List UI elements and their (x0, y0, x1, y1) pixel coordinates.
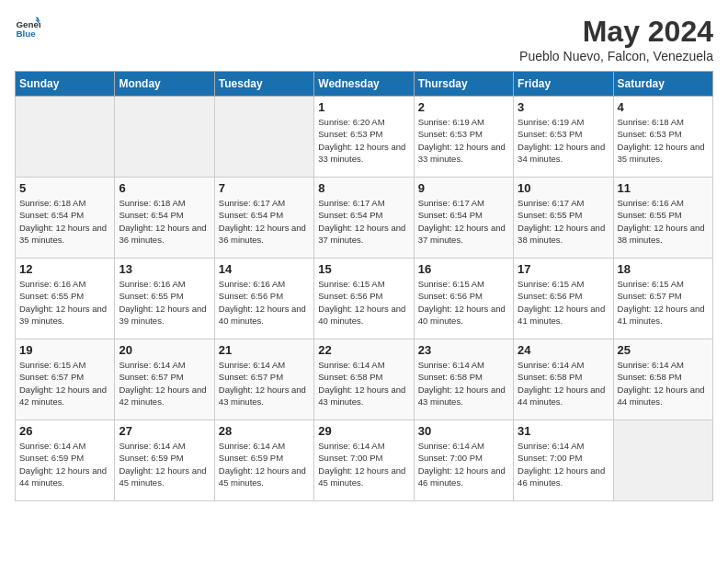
calendar-cell: 28Sunrise: 6:14 AM Sunset: 6:59 PM Dayli… (214, 420, 313, 501)
day-header-friday: Friday (514, 72, 613, 97)
day-info: Sunrise: 6:14 AM Sunset: 6:57 PM Dayligh… (119, 359, 210, 408)
day-number: 19 (19, 343, 110, 357)
day-header-thursday: Thursday (414, 72, 513, 97)
day-info: Sunrise: 6:16 AM Sunset: 6:56 PM Dayligh… (219, 278, 310, 327)
day-info: Sunrise: 6:14 AM Sunset: 6:58 PM Dayligh… (518, 359, 609, 408)
calendar-cell: 4Sunrise: 6:18 AM Sunset: 6:53 PM Daylig… (613, 97, 712, 178)
day-info: Sunrise: 6:14 AM Sunset: 6:59 PM Dayligh… (119, 440, 210, 488)
day-number: 29 (318, 424, 409, 438)
day-number: 20 (119, 343, 210, 357)
day-info: Sunrise: 6:14 AM Sunset: 6:59 PM Dayligh… (219, 440, 310, 488)
calendar-cell: 5Sunrise: 6:18 AM Sunset: 6:54 PM Daylig… (16, 178, 115, 259)
calendar-cell: 15Sunrise: 6:15 AM Sunset: 6:56 PM Dayli… (314, 259, 414, 339)
day-number: 26 (19, 424, 110, 438)
page-header: General Blue May 2024 Pueblo Nuevo, Falc… (15, 15, 713, 63)
day-info: Sunrise: 6:17 AM Sunset: 6:54 PM Dayligh… (418, 197, 509, 246)
day-number: 11 (618, 181, 709, 195)
logo: General Blue (15, 15, 40, 40)
calendar-cell: 11Sunrise: 6:16 AM Sunset: 6:55 PM Dayli… (613, 178, 712, 259)
calendar-cell: 21Sunrise: 6:14 AM Sunset: 6:57 PM Dayli… (214, 339, 313, 420)
day-info: Sunrise: 6:17 AM Sunset: 6:54 PM Dayligh… (318, 197, 409, 246)
day-info: Sunrise: 6:14 AM Sunset: 7:00 PM Dayligh… (518, 440, 609, 488)
location-text: Pueblo Nuevo, Falcon, Venezuela (519, 49, 713, 63)
calendar-cell: 12Sunrise: 6:16 AM Sunset: 6:55 PM Dayli… (16, 259, 115, 339)
day-info: Sunrise: 6:18 AM Sunset: 6:53 PM Dayligh… (618, 116, 709, 165)
day-number: 7 (219, 181, 310, 195)
day-header-tuesday: Tuesday (214, 72, 313, 97)
calendar-week-3: 12Sunrise: 6:16 AM Sunset: 6:55 PM Dayli… (16, 259, 713, 339)
day-info: Sunrise: 6:16 AM Sunset: 6:55 PM Dayligh… (19, 278, 110, 327)
calendar-cell (613, 420, 712, 501)
calendar-week-2: 5Sunrise: 6:18 AM Sunset: 6:54 PM Daylig… (16, 178, 713, 259)
calendar-cell: 10Sunrise: 6:17 AM Sunset: 6:55 PM Dayli… (514, 178, 613, 259)
day-number: 24 (518, 343, 609, 357)
day-number: 2 (418, 100, 509, 114)
calendar-week-1: 1Sunrise: 6:20 AM Sunset: 6:53 PM Daylig… (16, 97, 713, 178)
day-number: 13 (119, 262, 210, 276)
day-number: 15 (318, 262, 409, 276)
calendar-cell: 23Sunrise: 6:14 AM Sunset: 6:58 PM Dayli… (414, 339, 513, 420)
calendar-cell: 8Sunrise: 6:17 AM Sunset: 6:54 PM Daylig… (314, 178, 414, 259)
calendar-cell: 26Sunrise: 6:14 AM Sunset: 6:59 PM Dayli… (16, 420, 115, 501)
day-number: 16 (418, 262, 509, 276)
day-info: Sunrise: 6:14 AM Sunset: 6:58 PM Dayligh… (318, 359, 409, 408)
day-number: 21 (219, 343, 310, 357)
day-number: 6 (119, 181, 210, 195)
day-number: 9 (418, 181, 509, 195)
day-info: Sunrise: 6:14 AM Sunset: 6:58 PM Dayligh… (418, 359, 509, 408)
day-info: Sunrise: 6:17 AM Sunset: 6:54 PM Dayligh… (219, 197, 310, 246)
day-info: Sunrise: 6:15 AM Sunset: 6:56 PM Dayligh… (318, 278, 409, 327)
day-number: 5 (19, 181, 110, 195)
calendar-table: SundayMondayTuesdayWednesdayThursdayFrid… (15, 71, 713, 501)
day-info: Sunrise: 6:18 AM Sunset: 6:54 PM Dayligh… (119, 197, 210, 246)
calendar-cell (115, 97, 214, 178)
day-number: 28 (219, 424, 310, 438)
calendar-cell: 13Sunrise: 6:16 AM Sunset: 6:55 PM Dayli… (115, 259, 214, 339)
calendar-cell: 9Sunrise: 6:17 AM Sunset: 6:54 PM Daylig… (414, 178, 513, 259)
day-info: Sunrise: 6:16 AM Sunset: 6:55 PM Dayligh… (119, 278, 210, 327)
day-number: 10 (518, 181, 609, 195)
calendar-cell: 19Sunrise: 6:15 AM Sunset: 6:57 PM Dayli… (16, 339, 115, 420)
day-info: Sunrise: 6:19 AM Sunset: 6:53 PM Dayligh… (418, 116, 509, 165)
calendar-cell: 25Sunrise: 6:14 AM Sunset: 6:58 PM Dayli… (613, 339, 712, 420)
calendar-cell: 2Sunrise: 6:19 AM Sunset: 6:53 PM Daylig… (414, 97, 513, 178)
month-year-title: May 2024 (519, 15, 713, 49)
title-block: May 2024 Pueblo Nuevo, Falcon, Venezuela (519, 15, 713, 63)
calendar-cell (214, 97, 313, 178)
calendar-week-5: 26Sunrise: 6:14 AM Sunset: 6:59 PM Dayli… (16, 420, 713, 501)
calendar-cell: 7Sunrise: 6:17 AM Sunset: 6:54 PM Daylig… (214, 178, 313, 259)
day-number: 8 (318, 181, 409, 195)
day-info: Sunrise: 6:15 AM Sunset: 6:57 PM Dayligh… (19, 359, 110, 408)
calendar-cell: 3Sunrise: 6:19 AM Sunset: 6:53 PM Daylig… (514, 97, 613, 178)
day-header-sunday: Sunday (16, 72, 115, 97)
day-info: Sunrise: 6:19 AM Sunset: 6:53 PM Dayligh… (518, 116, 609, 165)
calendar-cell: 18Sunrise: 6:15 AM Sunset: 6:57 PM Dayli… (613, 259, 712, 339)
calendar-cell: 1Sunrise: 6:20 AM Sunset: 6:53 PM Daylig… (314, 97, 414, 178)
calendar-cell: 27Sunrise: 6:14 AM Sunset: 6:59 PM Dayli… (115, 420, 214, 501)
calendar-cell: 17Sunrise: 6:15 AM Sunset: 6:56 PM Dayli… (514, 259, 613, 339)
day-number: 14 (219, 262, 310, 276)
day-number: 12 (19, 262, 110, 276)
day-number: 18 (618, 262, 709, 276)
day-number: 27 (119, 424, 210, 438)
day-info: Sunrise: 6:15 AM Sunset: 6:56 PM Dayligh… (518, 278, 609, 327)
day-info: Sunrise: 6:14 AM Sunset: 6:59 PM Dayligh… (19, 440, 110, 488)
day-info: Sunrise: 6:15 AM Sunset: 6:57 PM Dayligh… (618, 278, 709, 327)
calendar-cell: 16Sunrise: 6:15 AM Sunset: 6:56 PM Dayli… (414, 259, 513, 339)
day-header-saturday: Saturday (613, 72, 712, 97)
day-header-monday: Monday (115, 72, 214, 97)
day-number: 4 (618, 100, 709, 114)
calendar-cell: 31Sunrise: 6:14 AM Sunset: 7:00 PM Dayli… (514, 420, 613, 501)
day-number: 30 (418, 424, 509, 438)
day-info: Sunrise: 6:16 AM Sunset: 6:55 PM Dayligh… (618, 197, 709, 246)
day-header-wednesday: Wednesday (314, 72, 414, 97)
day-info: Sunrise: 6:14 AM Sunset: 6:57 PM Dayligh… (219, 359, 310, 408)
logo-icon: General Blue (15, 15, 40, 40)
calendar-cell: 22Sunrise: 6:14 AM Sunset: 6:58 PM Dayli… (314, 339, 414, 420)
calendar-header-row: SundayMondayTuesdayWednesdayThursdayFrid… (16, 72, 713, 97)
calendar-week-4: 19Sunrise: 6:15 AM Sunset: 6:57 PM Dayli… (16, 339, 713, 420)
day-number: 17 (518, 262, 609, 276)
day-info: Sunrise: 6:17 AM Sunset: 6:55 PM Dayligh… (518, 197, 609, 246)
calendar-cell: 20Sunrise: 6:14 AM Sunset: 6:57 PM Dayli… (115, 339, 214, 420)
day-number: 31 (518, 424, 609, 438)
